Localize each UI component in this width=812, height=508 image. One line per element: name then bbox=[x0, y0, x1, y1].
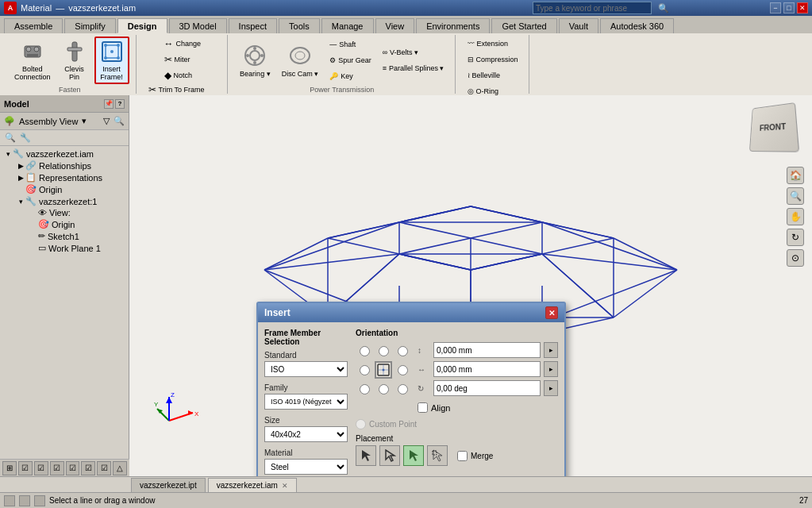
orient-radio-ml[interactable] bbox=[360, 365, 370, 375]
orient-rotation-input[interactable] bbox=[433, 380, 541, 396]
tab-manage[interactable]: Manage bbox=[321, 18, 374, 33]
tab-tools[interactable]: Tools bbox=[279, 18, 320, 33]
tab-inspect[interactable]: Inspect bbox=[229, 18, 277, 33]
tree-icon-view: 👁 bbox=[38, 208, 47, 217]
dialog-title-bar[interactable]: Insert ✕ bbox=[258, 303, 564, 322]
tree-item-view[interactable]: 👁 View: bbox=[0, 207, 129, 218]
clevis-pin-button[interactable]: ClevisPin bbox=[58, 37, 91, 84]
assembly-filter-icon[interactable]: ▽ bbox=[103, 116, 110, 126]
tab-autodesk360[interactable]: Autodesk 360 bbox=[600, 18, 674, 33]
tree-item-origin[interactable]: 🎯 Origin bbox=[0, 183, 129, 195]
assembly-search-icon[interactable]: 🔍 bbox=[114, 116, 125, 126]
status-icon-1[interactable] bbox=[4, 495, 15, 506]
model-tool-2[interactable]: 🔧 bbox=[19, 132, 32, 144]
standard-select[interactable]: ISO bbox=[264, 361, 348, 377]
tree-icon-repr: 📋 bbox=[25, 172, 37, 183]
tree-item-vazszerkezet[interactable]: ▾ 🔧 vazszerkezet:1 bbox=[0, 195, 129, 207]
ribbon-group-spring: 〰 Extension ⊟ Compression ≀ Belleville ◎… bbox=[457, 35, 529, 94]
belleville-button[interactable]: ≀ Belleville bbox=[464, 68, 505, 83]
tab-simplify[interactable]: Simplify bbox=[64, 18, 116, 33]
orient-rotation-arrow[interactable]: ▸ bbox=[544, 380, 558, 396]
nav-orbit-button[interactable]: ⊙ bbox=[787, 249, 804, 267]
place-box-button[interactable] bbox=[427, 445, 448, 466]
orient-radio-tl[interactable] bbox=[360, 346, 370, 356]
custom-point-radio[interactable] bbox=[356, 419, 366, 429]
search-input[interactable] bbox=[533, 2, 652, 14]
tab-iam-close[interactable]: ✕ bbox=[282, 482, 288, 490]
place-point-button[interactable] bbox=[403, 445, 424, 466]
orient-radio-mr[interactable] bbox=[398, 365, 408, 375]
insert-frame-button[interactable]: InsertFrame! bbox=[94, 37, 129, 84]
miter-button[interactable]: ✂ Miter bbox=[160, 52, 194, 67]
nav-zoom-button[interactable]: 🔍 bbox=[787, 187, 804, 205]
status-icon-3[interactable] bbox=[34, 495, 45, 506]
tab-vazszerkezet-iam[interactable]: vazszerkezet.iam ✕ bbox=[208, 478, 297, 492]
icon-bar-btn-6[interactable]: ☑ bbox=[81, 461, 95, 475]
orient-radio-bc[interactable] bbox=[379, 384, 389, 394]
vbelts-button[interactable]: ∞ V-Belts ▾ bbox=[379, 45, 448, 60]
nav-cube[interactable]: FRONT bbox=[749, 103, 804, 159]
minimize-button[interactable]: − bbox=[770, 2, 781, 13]
orient-horizontal-input[interactable] bbox=[433, 361, 541, 377]
nav-home-button[interactable]: 🏠 bbox=[787, 167, 804, 184]
tree-item-representations[interactable]: ▶ 📋 Representations bbox=[0, 171, 129, 183]
align-checkbox[interactable] bbox=[418, 402, 428, 413]
tab-vault[interactable]: Vault bbox=[559, 18, 598, 33]
dialog-close-button[interactable]: ✕ bbox=[545, 306, 558, 319]
tree-item-workplane[interactable]: ▭ Work Plane 1 bbox=[0, 242, 129, 254]
orient-radio-br[interactable] bbox=[398, 384, 408, 394]
tab-3dmodel[interactable]: 3D Model bbox=[169, 18, 227, 33]
tab-assemble[interactable]: Assemble bbox=[4, 18, 63, 33]
maximize-button[interactable]: □ bbox=[783, 2, 795, 13]
icon-bar-btn-7[interactable]: ☑ bbox=[97, 461, 111, 475]
belleville-icon: ≀ bbox=[468, 71, 470, 79]
change-button[interactable]: ↔ Change bbox=[160, 37, 206, 51]
size-select[interactable]: 40x40x2 bbox=[264, 426, 348, 442]
tab-getstarted[interactable]: Get Started bbox=[491, 18, 556, 33]
close-button[interactable]: ✕ bbox=[797, 2, 808, 13]
nav-rotate-button[interactable]: ↻ bbox=[787, 229, 804, 246]
bolted-connection-button[interactable]: BoltedConnection bbox=[10, 37, 55, 84]
tree-item-sketch1[interactable]: ✏ Sketch1 bbox=[0, 230, 129, 242]
parallel-splines-button[interactable]: ≡ Parallel Splines ▾ bbox=[379, 61, 448, 75]
icon-bar-btn-1[interactable]: ⊞ bbox=[2, 461, 17, 475]
tab-design[interactable]: Design bbox=[117, 18, 167, 33]
model-tool-1[interactable]: 🔍 bbox=[4, 132, 17, 144]
place-cursor-button[interactable] bbox=[356, 445, 376, 466]
extension-button[interactable]: 〰 Extension bbox=[464, 37, 513, 51]
tree-item-origin2[interactable]: 🎯 Origin bbox=[0, 218, 129, 230]
notch-button[interactable]: ◆ Notch bbox=[160, 68, 197, 83]
tab-view[interactable]: View bbox=[375, 18, 415, 33]
icon-bar-btn-3[interactable]: ☑ bbox=[34, 461, 48, 475]
orient-vertical-input[interactable] bbox=[433, 342, 541, 358]
shaft-button[interactable]: — Shaft bbox=[325, 37, 375, 52]
tab-environments[interactable]: Environments bbox=[416, 18, 490, 33]
place-select-button[interactable] bbox=[379, 445, 400, 466]
icon-bar-btn-4[interactable]: ☑ bbox=[50, 461, 64, 475]
compression-button[interactable]: ⊟ Compression bbox=[464, 52, 522, 67]
tree-item-root[interactable]: ▾ 🔧 vazszerkezet.iam bbox=[0, 148, 129, 160]
merge-checkbox[interactable] bbox=[457, 451, 468, 461]
icon-bar-btn-8[interactable]: △ bbox=[113, 461, 127, 475]
icon-bar-btn-2[interactable]: ☑ bbox=[18, 461, 33, 475]
tree-item-relationships[interactable]: ▶ 🔗 Relationships bbox=[0, 160, 129, 171]
family-select[interactable]: ISO 4019 (Négyzetes) - Sze... bbox=[264, 394, 348, 410]
orient-radio-tr[interactable] bbox=[398, 346, 408, 356]
tab-vazszerkezet-ipt[interactable]: vazszerkezet.ipt bbox=[131, 478, 206, 492]
status-icon-2[interactable] bbox=[19, 495, 30, 506]
orient-radio-bl[interactable] bbox=[360, 384, 370, 394]
bearing-button[interactable]: Bearing ▾ bbox=[236, 37, 275, 84]
viewport[interactable]: FRONT 🏠 🔍 ✋ ↻ ⊙ X Y Z Insert ✕ bbox=[129, 95, 812, 476]
nav-pan-button[interactable]: ✋ bbox=[787, 208, 804, 225]
material-select[interactable]: Steel bbox=[264, 459, 348, 475]
compression-icon: ⊟ bbox=[468, 56, 474, 64]
disc-cam-button[interactable]: Disc Cam ▾ bbox=[278, 37, 323, 84]
icon-bar-btn-5[interactable]: ☑ bbox=[66, 461, 80, 475]
orient-radio-tc[interactable] bbox=[379, 346, 389, 356]
panel-help-button[interactable]: ? bbox=[115, 99, 125, 109]
spur-gear-button[interactable]: ⚙ Spur Gear bbox=[325, 53, 375, 67]
panel-pin-button[interactable]: 📌 bbox=[104, 99, 114, 109]
orient-horizontal-arrow[interactable]: ▸ bbox=[544, 361, 558, 377]
key-button[interactable]: 🔑 Key bbox=[325, 69, 375, 83]
orient-vertical-arrow[interactable]: ▸ bbox=[544, 342, 558, 358]
